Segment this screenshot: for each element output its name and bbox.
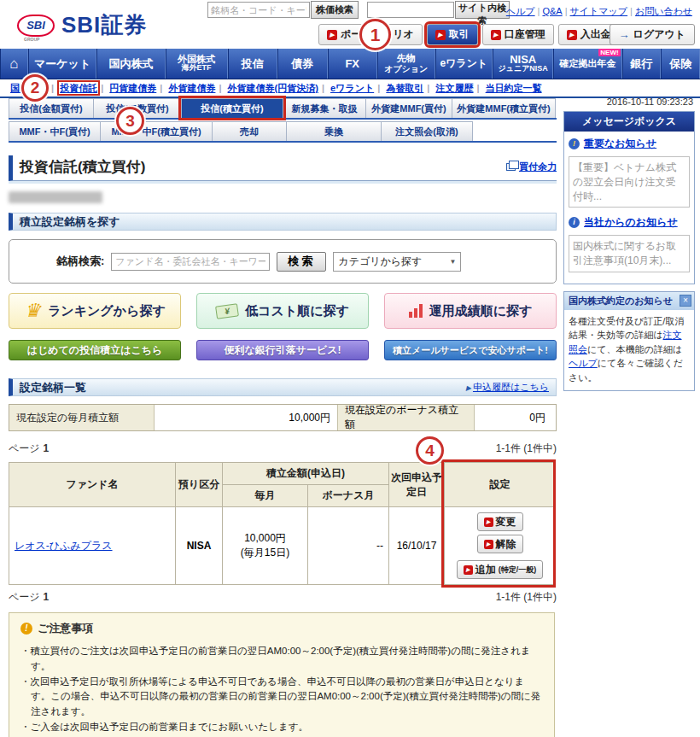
subnav-investment-trust[interactable]: 投資信託 bbox=[60, 83, 97, 93]
nav-insurance[interactable]: 保険 bbox=[661, 49, 700, 79]
mail-service-banner[interactable]: 積立メールサービスで安心サポート! bbox=[384, 340, 557, 360]
release-button[interactable]: 解除 bbox=[477, 535, 523, 553]
ranking-banner[interactable]: ランキングから探す bbox=[9, 293, 181, 329]
nav-foreign-stock[interactable]: 外国株式海外ETF bbox=[166, 49, 228, 79]
nav-dc-pension[interactable]: NEW!確定拠出年金 bbox=[553, 49, 621, 79]
message-box-body: 重要なお知らせ 【重要】ベトナム株式の翌立会日向け注文受付時... 当社からのお… bbox=[564, 132, 694, 284]
exclamation-icon bbox=[569, 138, 580, 149]
account-type-cell: NISA bbox=[176, 507, 223, 585]
change-button[interactable]: 変更 bbox=[477, 512, 523, 531]
tab-mmf-kaitsuke[interactable]: 外貨建MMF(買付) bbox=[365, 98, 452, 118]
notice-box: ご注意事項 積立買付のご注文は次回申込予定日の前営業日の翌日AM0:00～2:0… bbox=[9, 612, 555, 737]
important-notice-preview[interactable]: 【重要】ベトナム株式の翌立会日向け注文受付時... bbox=[569, 156, 690, 208]
contact-link[interactable]: お問い合わせ bbox=[635, 6, 692, 16]
add-button[interactable]: 追加(特定/一般) bbox=[457, 560, 544, 579]
sitemap-link[interactable]: サイトマップ bbox=[570, 6, 628, 16]
nav-bonds[interactable]: 債券 bbox=[277, 49, 327, 79]
performance-banner[interactable]: 運用成績順に探す bbox=[384, 293, 557, 329]
company-notice-preview[interactable]: 国内株式に関するお取引注意事項(10月末)... bbox=[569, 235, 690, 272]
col-header-account-type: 預り区分 bbox=[176, 463, 223, 507]
red-play-icon bbox=[484, 540, 493, 549]
application-history-link[interactable]: 申込履歴はこちら bbox=[473, 382, 549, 392]
nav-ewarrant[interactable]: eワラント bbox=[435, 49, 493, 79]
tab-shinki-boshu[interactable]: 新規募集・取扱 bbox=[283, 98, 366, 118]
tab-mmf-chuf-kaitsuke[interactable]: MMF・中F(買付) bbox=[9, 121, 101, 141]
chevron-down-icon bbox=[449, 258, 456, 266]
nav-nisa[interactable]: NISAジュニアNISA bbox=[493, 49, 553, 79]
subnav-ewarrant[interactable]: eワラント bbox=[330, 83, 374, 93]
fund-search-input[interactable] bbox=[111, 253, 270, 271]
bank-debit-banner[interactable]: 便利な銀行引落サービス! bbox=[196, 340, 369, 360]
tab-row-2: MMF・中F(買付)MMF・中F(積立買付)売却乗換注文照会(取消) bbox=[9, 121, 557, 143]
subnav-today-executions[interactable]: 当日約定一覧 bbox=[486, 83, 542, 93]
close-icon[interactable] bbox=[680, 295, 691, 307]
subnav-yen-bonds[interactable]: 円貨建債券 bbox=[109, 83, 156, 93]
qa-link[interactable]: Q&A bbox=[542, 6, 562, 16]
list-section-title: 設定銘柄一覧 bbox=[20, 380, 86, 395]
logout-icon bbox=[619, 28, 630, 41]
main-nav: マーケット 国内株式 外国株式海外ETF 投信 債券 FX 先物オプション eワ… bbox=[0, 49, 700, 79]
result-count: 1-1件 (1件中) bbox=[496, 442, 557, 456]
stock-search-button[interactable]: 株価検索 bbox=[311, 1, 359, 19]
nav-domestic-stock[interactable]: 国内株式 bbox=[96, 49, 165, 79]
important-notice-row: 重要なお知らせ bbox=[569, 137, 690, 151]
subnav-foreign-bonds-yen[interactable]: 外貨建債券(円貨決済) bbox=[228, 83, 318, 93]
bonus-total-value: 0円 bbox=[475, 405, 552, 430]
page-title-bar: 投資信託(積立買付) 買付余力 bbox=[9, 155, 557, 181]
money-icon bbox=[215, 303, 239, 319]
tab-chumon-shokai[interactable]: 注文照会(取消) bbox=[381, 121, 473, 141]
nav-home[interactable] bbox=[0, 49, 28, 79]
sbi-logo-icon: SBIGROUP bbox=[17, 15, 55, 37]
tab-kingaku-kaitsuke[interactable]: 投信(金額買付) bbox=[9, 98, 94, 118]
page-indicator: ページ1 bbox=[9, 590, 49, 605]
nav-futures-options[interactable]: 先物オプション bbox=[377, 49, 435, 79]
summary-table: 現在設定の毎月積立額 10,000円 現在設定のボーナス積立額 0円 bbox=[9, 404, 557, 431]
logout-button[interactable]: ログアウト bbox=[610, 24, 695, 45]
first-time-banner[interactable]: はじめての投信積立はこちら bbox=[9, 340, 181, 360]
sub-nav: 国内株式| 投資信託| 円貨建債券| 外貨建債券| 外貨建債券(円貨決済)| e… bbox=[0, 79, 700, 98]
page-indicator: ページ1 bbox=[9, 442, 49, 456]
list-section-bar: 設定銘柄一覧 申込履歴はこちら bbox=[9, 378, 557, 396]
tab-norikae[interactable]: 乗換 bbox=[286, 121, 382, 141]
trade-button[interactable]: 取引 bbox=[427, 24, 478, 45]
next-date-cell: 16/10/17 bbox=[389, 507, 445, 585]
nav-bank[interactable]: 銀行 bbox=[622, 49, 662, 79]
annotation-circle-3: 3 bbox=[116, 107, 144, 135]
low-cost-banner[interactable]: 低コスト順に探す bbox=[196, 293, 369, 329]
subnav-fx-trade[interactable]: 為替取引 bbox=[386, 83, 423, 93]
history-link-wrap: 申込履歴はこちら bbox=[466, 381, 549, 394]
find-section-title: 積立設定銘柄を探す bbox=[20, 214, 120, 230]
site-search-input[interactable] bbox=[367, 2, 454, 18]
subnav-foreign-bonds[interactable]: 外貨建債券 bbox=[168, 83, 215, 93]
company-notice-link[interactable]: 当社からのお知らせ bbox=[584, 215, 678, 230]
account-management-button[interactable]: 口座管理 bbox=[482, 24, 554, 45]
stock-search-input[interactable] bbox=[207, 2, 310, 18]
tab-tsumitate-kaitsuke[interactable]: 投信(積立買付) bbox=[181, 98, 283, 118]
monthly-total-value: 10,000円 bbox=[155, 405, 338, 430]
fund-name-link[interactable]: レオス-ひふみプラス bbox=[15, 540, 113, 552]
nav-fx[interactable]: FX bbox=[328, 49, 377, 79]
main-column: 投信(金額買付)投信(口数買付)投信(積立買付)新規募集・取扱外貨建MMF(買付… bbox=[9, 98, 557, 737]
help-link[interactable]: ヘルプ bbox=[506, 6, 535, 16]
monthly-amount-cell: 10,000円(毎月15日) bbox=[223, 507, 308, 585]
redacted-username bbox=[9, 191, 102, 203]
banner-row-1: ランキングから探す 低コスト順に探す 運用成績順に探す bbox=[9, 293, 557, 329]
execution-notice-box: 国内株式約定のお知らせ 各種注文受付及び訂正/取消結果・失効等の詳細は注文照会に… bbox=[563, 291, 695, 392]
nav-toushin[interactable]: 投信 bbox=[228, 49, 277, 79]
category-select[interactable]: カテゴリから探す bbox=[333, 252, 461, 272]
notice-title: ご注意事項 bbox=[38, 621, 93, 636]
sbi-logo[interactable]: SBIGROUP SBI証券 bbox=[17, 10, 147, 40]
help-link-sidebar[interactable]: ヘルプ bbox=[569, 358, 598, 368]
subnav-order-history[interactable]: 注文履歴 bbox=[435, 83, 473, 93]
important-notice-link[interactable]: 重要なお知らせ bbox=[584, 137, 656, 151]
annotation-circle-2: 2 bbox=[21, 74, 49, 102]
tab-baikyaku[interactable]: 売却 bbox=[212, 121, 287, 141]
buying-power-link[interactable]: 買付余力 bbox=[519, 161, 557, 173]
sidebar: 2016-10-11 09:23:23 メッセージボックス 重要なお知らせ 【重… bbox=[563, 97, 695, 391]
notice-list: 積立買付のご注文は次回申込予定日の前営業日の翌日AM0:00～2:00(予定)(… bbox=[20, 644, 543, 737]
fund-search-button[interactable]: 検索 bbox=[277, 252, 326, 272]
tab-mmf-tsumitate[interactable]: 外貨建MMF(積立買付) bbox=[452, 98, 556, 118]
site-search-button[interactable]: サイト内検索 bbox=[455, 1, 510, 19]
execution-notice-header: 国内株式約定のお知らせ bbox=[564, 292, 694, 310]
col-header-fund-name: ファンド名 bbox=[9, 463, 176, 507]
